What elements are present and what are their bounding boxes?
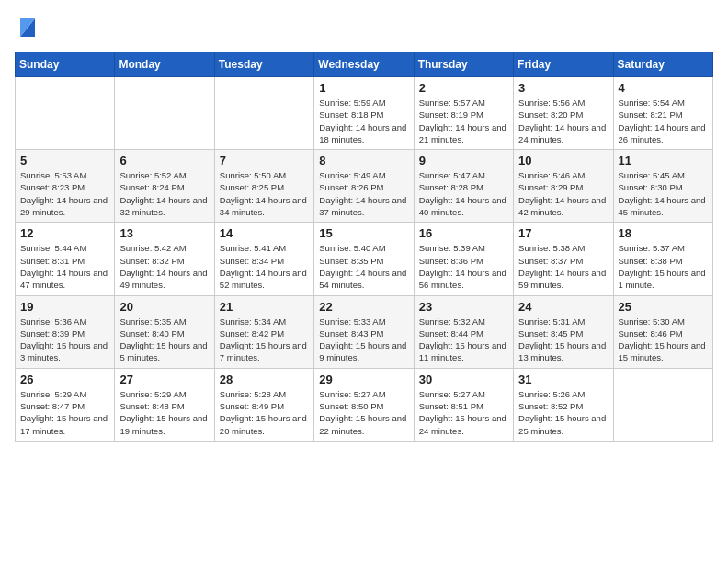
day-number: 30 <box>419 373 508 386</box>
calendar-cell: 6Sunrise: 5:52 AM Sunset: 8:24 PM Daylig… <box>115 150 214 223</box>
day-info: Sunrise: 5:33 AM Sunset: 8:43 PM Dayligh… <box>319 316 408 364</box>
logo-text-block <box>15 15 39 40</box>
day-number: 2 <box>419 81 508 95</box>
calendar-cell: 18Sunrise: 5:37 AM Sunset: 8:38 PM Dayli… <box>613 223 712 295</box>
day-number: 17 <box>518 226 608 240</box>
day-info: Sunrise: 5:39 AM Sunset: 8:36 PM Dayligh… <box>419 242 508 291</box>
day-number: 5 <box>20 154 109 167</box>
day-info: Sunrise: 5:44 AM Sunset: 8:31 PM Dayligh… <box>20 242 109 291</box>
calendar-cell: 30Sunrise: 5:27 AM Sunset: 8:51 PM Dayli… <box>414 368 513 441</box>
day-number: 7 <box>220 154 309 167</box>
day-number: 18 <box>619 226 708 240</box>
day-number: 19 <box>20 300 109 314</box>
day-info: Sunrise: 5:36 AM Sunset: 8:39 PM Dayligh… <box>20 316 109 364</box>
day-info: Sunrise: 5:31 AM Sunset: 8:45 PM Dayligh… <box>518 316 608 364</box>
day-header-thursday: Thursday <box>414 52 513 77</box>
calendar-cell: 4Sunrise: 5:54 AM Sunset: 8:21 PM Daylig… <box>613 77 712 150</box>
calendar-week-row: 1Sunrise: 5:59 AM Sunset: 8:18 PM Daylig… <box>16 77 713 150</box>
calendar-cell: 31Sunrise: 5:26 AM Sunset: 8:52 PM Dayli… <box>514 368 613 441</box>
day-info: Sunrise: 5:54 AM Sunset: 8:21 PM Dayligh… <box>619 97 708 145</box>
calendar-cell: 21Sunrise: 5:34 AM Sunset: 8:42 PM Dayli… <box>214 295 313 368</box>
day-info: Sunrise: 5:30 AM Sunset: 8:46 PM Dayligh… <box>619 316 708 364</box>
calendar-cell: 3Sunrise: 5:56 AM Sunset: 8:20 PM Daylig… <box>514 77 613 150</box>
calendar-cell: 15Sunrise: 5:40 AM Sunset: 8:35 PM Dayli… <box>314 223 414 295</box>
calendar-week-row: 5Sunrise: 5:53 AM Sunset: 8:23 PM Daylig… <box>16 150 713 223</box>
day-number: 24 <box>518 300 608 314</box>
day-info: Sunrise: 5:29 AM Sunset: 8:48 PM Dayligh… <box>119 388 209 437</box>
day-info: Sunrise: 5:28 AM Sunset: 8:49 PM Dayligh… <box>220 388 309 437</box>
calendar-cell: 2Sunrise: 5:57 AM Sunset: 8:19 PM Daylig… <box>414 77 513 150</box>
day-info: Sunrise: 5:49 AM Sunset: 8:26 PM Dayligh… <box>319 169 408 218</box>
calendar-cell: 19Sunrise: 5:36 AM Sunset: 8:39 PM Dayli… <box>16 295 115 368</box>
calendar-cell: 12Sunrise: 5:44 AM Sunset: 8:31 PM Dayli… <box>16 223 115 295</box>
day-info: Sunrise: 5:52 AM Sunset: 8:24 PM Dayligh… <box>119 169 209 218</box>
day-number: 3 <box>518 81 608 95</box>
day-number: 8 <box>319 154 408 167</box>
calendar-cell: 26Sunrise: 5:29 AM Sunset: 8:47 PM Dayli… <box>16 368 115 441</box>
day-info: Sunrise: 5:53 AM Sunset: 8:23 PM Dayligh… <box>20 169 109 218</box>
day-info: Sunrise: 5:41 AM Sunset: 8:34 PM Dayligh… <box>220 242 309 291</box>
calendar-cell: 24Sunrise: 5:31 AM Sunset: 8:45 PM Dayli… <box>514 295 613 368</box>
day-info: Sunrise: 5:34 AM Sunset: 8:42 PM Dayligh… <box>220 316 309 364</box>
day-number: 16 <box>419 226 508 240</box>
day-info: Sunrise: 5:32 AM Sunset: 8:44 PM Dayligh… <box>419 316 508 364</box>
day-number: 20 <box>119 300 209 314</box>
day-number: 22 <box>319 300 408 314</box>
day-info: Sunrise: 5:40 AM Sunset: 8:35 PM Dayligh… <box>319 242 408 291</box>
day-info: Sunrise: 5:45 AM Sunset: 8:30 PM Dayligh… <box>619 169 708 218</box>
day-number: 6 <box>119 154 209 167</box>
day-info: Sunrise: 5:42 AM Sunset: 8:32 PM Dayligh… <box>119 242 209 291</box>
day-number: 10 <box>518 154 608 167</box>
day-info: Sunrise: 5:29 AM Sunset: 8:47 PM Dayligh… <box>20 388 109 437</box>
calendar-cell: 14Sunrise: 5:41 AM Sunset: 8:34 PM Dayli… <box>214 223 313 295</box>
day-info: Sunrise: 5:27 AM Sunset: 8:50 PM Dayligh… <box>319 388 408 437</box>
day-info: Sunrise: 5:35 AM Sunset: 8:40 PM Dayligh… <box>119 316 209 364</box>
calendar-week-row: 26Sunrise: 5:29 AM Sunset: 8:47 PM Dayli… <box>16 368 713 441</box>
logo <box>15 15 39 40</box>
day-number: 9 <box>419 154 508 167</box>
calendar-week-row: 12Sunrise: 5:44 AM Sunset: 8:31 PM Dayli… <box>16 223 713 295</box>
calendar-cell: 25Sunrise: 5:30 AM Sunset: 8:46 PM Dayli… <box>613 295 712 368</box>
day-info: Sunrise: 5:57 AM Sunset: 8:19 PM Dayligh… <box>419 97 508 145</box>
day-info: Sunrise: 5:37 AM Sunset: 8:38 PM Dayligh… <box>619 242 708 291</box>
day-header-saturday: Saturday <box>613 52 712 77</box>
calendar-cell: 22Sunrise: 5:33 AM Sunset: 8:43 PM Dayli… <box>314 295 414 368</box>
day-number: 11 <box>619 154 708 167</box>
day-number: 12 <box>20 226 109 240</box>
day-info: Sunrise: 5:26 AM Sunset: 8:52 PM Dayligh… <box>518 388 608 437</box>
day-header-monday: Monday <box>115 52 214 77</box>
day-info: Sunrise: 5:59 AM Sunset: 8:18 PM Dayligh… <box>319 97 408 145</box>
day-number: 27 <box>119 373 209 386</box>
page-header <box>15 15 713 40</box>
day-number: 26 <box>20 373 109 386</box>
calendar-cell: 9Sunrise: 5:47 AM Sunset: 8:28 PM Daylig… <box>414 150 513 223</box>
calendar-cell: 11Sunrise: 5:45 AM Sunset: 8:30 PM Dayli… <box>613 150 712 223</box>
calendar-cell: 27Sunrise: 5:29 AM Sunset: 8:48 PM Dayli… <box>115 368 214 441</box>
day-number: 31 <box>518 373 608 386</box>
calendar-week-row: 19Sunrise: 5:36 AM Sunset: 8:39 PM Dayli… <box>16 295 713 368</box>
calendar-cell: 17Sunrise: 5:38 AM Sunset: 8:37 PM Dayli… <box>514 223 613 295</box>
day-header-sunday: Sunday <box>16 52 115 77</box>
day-info: Sunrise: 5:46 AM Sunset: 8:29 PM Dayligh… <box>518 169 608 218</box>
day-info: Sunrise: 5:38 AM Sunset: 8:37 PM Dayligh… <box>518 242 608 291</box>
day-info: Sunrise: 5:27 AM Sunset: 8:51 PM Dayligh… <box>419 388 508 437</box>
day-number: 28 <box>220 373 309 386</box>
calendar-cell: 29Sunrise: 5:27 AM Sunset: 8:50 PM Dayli… <box>314 368 414 441</box>
day-number: 23 <box>419 300 508 314</box>
calendar-cell: 5Sunrise: 5:53 AM Sunset: 8:23 PM Daylig… <box>16 150 115 223</box>
calendar-cell <box>115 77 214 150</box>
calendar-cell <box>16 77 115 150</box>
calendar-cell: 7Sunrise: 5:50 AM Sunset: 8:25 PM Daylig… <box>214 150 313 223</box>
day-header-tuesday: Tuesday <box>214 52 313 77</box>
day-info: Sunrise: 5:50 AM Sunset: 8:25 PM Dayligh… <box>220 169 309 218</box>
calendar-cell: 20Sunrise: 5:35 AM Sunset: 8:40 PM Dayli… <box>115 295 214 368</box>
calendar-cell <box>613 368 712 441</box>
calendar-header-row: SundayMondayTuesdayWednesdayThursdayFrid… <box>16 52 713 77</box>
calendar-cell: 1Sunrise: 5:59 AM Sunset: 8:18 PM Daylig… <box>314 77 414 150</box>
calendar-cell: 23Sunrise: 5:32 AM Sunset: 8:44 PM Dayli… <box>414 295 513 368</box>
calendar-cell: 8Sunrise: 5:49 AM Sunset: 8:26 PM Daylig… <box>314 150 414 223</box>
day-info: Sunrise: 5:47 AM Sunset: 8:28 PM Dayligh… <box>419 169 508 218</box>
logo-icon <box>17 15 39 40</box>
day-number: 29 <box>319 373 408 386</box>
calendar-cell: 16Sunrise: 5:39 AM Sunset: 8:36 PM Dayli… <box>414 223 513 295</box>
